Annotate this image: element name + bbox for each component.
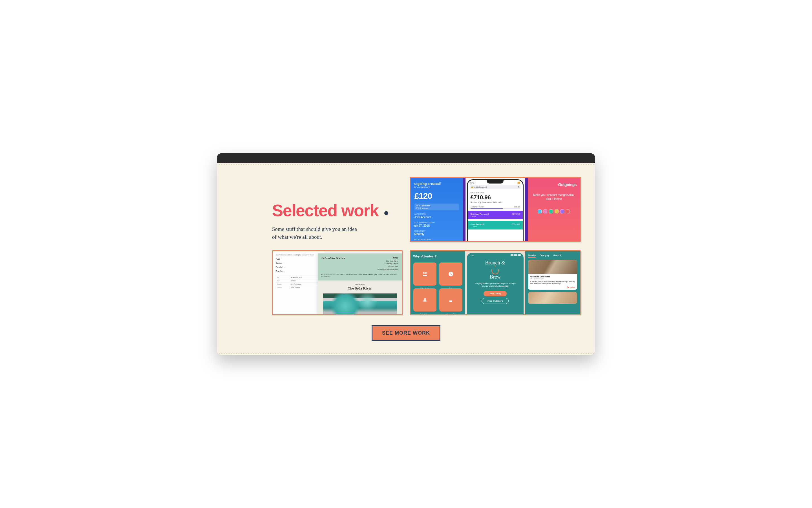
menu-item[interactable]: Driving the Transfăgărășan xyxy=(377,268,398,271)
merchant-name: BT Internet xyxy=(419,204,430,207)
brunch-why-panel: Why Volunteer? Community Time Connect xyxy=(411,251,465,315)
swatch-yellow[interactable] xyxy=(555,209,559,213)
status-time: 9:41 xyxy=(471,182,474,184)
listing-title: Glenalzie Care Home xyxy=(530,276,575,278)
menu-item[interactable]: The Soča River xyxy=(377,260,398,263)
phone-mock: 9:41 📶 🔒 outgoings.app ↻ DASHBOARD £710.… xyxy=(468,180,523,242)
url-text: outgoings.app xyxy=(474,186,487,188)
swatch-blue[interactable] xyxy=(538,209,542,213)
swatch-purple[interactable] xyxy=(560,209,564,213)
join-today-button[interactable]: Join Today xyxy=(483,291,507,296)
summary-title: utgoing created! xyxy=(415,182,459,186)
account-items: 11 items xyxy=(471,226,484,227)
connections-icon: Connections xyxy=(413,288,436,311)
listing-tabs: Nearby Category Recent xyxy=(528,254,577,258)
tab-nearby[interactable]: Nearby xyxy=(528,254,536,258)
refresh-icon: ↻ xyxy=(518,186,520,188)
soca-journal-panel: placeholder intro text lines describing … xyxy=(273,251,325,314)
soca-sec-3: Together — xyxy=(276,270,322,272)
progress-labels: ALREADY TAKEN £535.68 xyxy=(468,206,523,208)
outgoings-summary-panel: utgoing created! re's a summary. £120 ✎ … xyxy=(411,178,463,242)
summary-amount: £120 xyxy=(415,191,459,201)
listing-saved: 🔖 Saved xyxy=(530,286,575,288)
swatch-row xyxy=(538,209,570,213)
icon-label: Connections xyxy=(413,313,436,315)
swatch-pink[interactable] xyxy=(543,209,547,213)
table-row: Weather18°C Partly cloudy xyxy=(276,283,322,286)
window-titlebar xyxy=(217,153,595,163)
table-row: DaySeptember 21, 2019 xyxy=(276,276,322,280)
cup-icon xyxy=(492,269,499,274)
tab-recent[interactable]: Recent xyxy=(553,254,561,258)
freq-value: Monthly xyxy=(415,232,459,236)
phone-notch xyxy=(487,180,504,183)
see-more-work-button[interactable]: SEE MORE WORK xyxy=(372,325,440,341)
account-name: Joint Account xyxy=(471,223,484,225)
find-out-more-button[interactable]: Find Out More xyxy=(481,298,509,304)
already-label: ALREADY TAKEN xyxy=(471,206,484,208)
freq-label: REQUENCY xyxy=(415,230,459,232)
afternoon-tea-icon: Afternoon Tea xyxy=(439,288,462,311)
account-amount: £119.90 xyxy=(512,213,520,217)
icon-label: Afternoon Tea xyxy=(439,313,462,315)
brunch-tagline: Bringing different generations together … xyxy=(470,282,520,288)
hero-pretitle: Swimming in xyxy=(355,283,365,286)
river-photo xyxy=(323,293,397,314)
swatch-red[interactable] xyxy=(566,209,570,213)
menu-item[interactable]: Grilled Bass xyxy=(377,265,398,268)
dashboard: DASHBOARD £710.96 Needed in your account… xyxy=(468,190,523,204)
brand-logo: Outgoings xyxy=(558,182,576,187)
soca-section-title: Behind the Scenes xyxy=(322,256,345,271)
needed-amount: £710.96 xyxy=(471,194,520,201)
work-card-outgoings[interactable]: utgoing created! re's a summary. £120 ✎ … xyxy=(410,177,581,242)
outgoings-phone-panel: 9:41 📶 🔒 outgoings.app ↻ DASHBOARD £710.… xyxy=(463,178,528,242)
expiry-label: UTGOING EXPIRY xyxy=(415,239,459,241)
account-row-joint: Joint Account 11 items £591.06 xyxy=(468,221,523,229)
soca-sec-0: Field — xyxy=(276,258,322,260)
logo-text-bottom: Brew xyxy=(490,274,501,280)
hero-title: The Soča River xyxy=(348,286,372,291)
why-heading: Why Volunteer? xyxy=(413,255,462,258)
date-label: ATE PAYMENT TAKEN xyxy=(415,222,459,223)
community-icon: Community xyxy=(413,262,436,286)
summary-sub: re's a summary. xyxy=(415,186,459,188)
theme-message: Make your account recognisable, pick a t… xyxy=(531,193,576,201)
account-name: Barclays Personal xyxy=(471,213,488,215)
date-value: uly 27, 2018 xyxy=(415,224,459,227)
soca-menu-title: Menu xyxy=(377,256,398,259)
account-value: Joint Account xyxy=(415,216,459,219)
decorative-border-top xyxy=(217,163,595,166)
listing-card-secondary[interactable] xyxy=(528,292,577,304)
already-value: £535.68 xyxy=(514,206,520,208)
url-bar: 🔒 outgoings.app ↻ xyxy=(470,185,520,189)
brunch-listings-panel: Nearby Category Recent Glenalzie Care Ho… xyxy=(525,251,580,315)
account-amount: £591.06 xyxy=(512,223,520,227)
svg-point-1 xyxy=(425,272,427,274)
listing-photo xyxy=(528,260,577,274)
work-card-brunch[interactable]: Why Volunteer? Community Time Connect xyxy=(410,250,581,315)
swatch-green[interactable] xyxy=(549,209,553,213)
tab-category[interactable]: Category xyxy=(540,254,550,258)
needed-caption: Needed in your accounts this month xyxy=(471,201,520,203)
brunch-phone: 10:35 Brunch & ♥ Brew Bringing different… xyxy=(467,253,523,315)
time-icon: Time xyxy=(439,262,462,286)
lock-icon: 🔒 xyxy=(471,186,473,188)
table-row: LocationBovec, Slovenia xyxy=(276,286,322,290)
soca-blurb: placeholder intro text lines describing … xyxy=(276,254,322,256)
logo-text-top: Brunch & xyxy=(485,260,505,265)
work-card-soca[interactable]: placeholder intro text lines describing … xyxy=(272,250,402,315)
brunch-phone-panel: 10:35 Brunch & ♥ Brew Bringing different… xyxy=(465,251,525,315)
listing-desc: If you are keen to help the elderly thro… xyxy=(530,281,575,285)
merchant-category: TV & Internet xyxy=(416,207,457,209)
listing-card[interactable]: Glenalzie Care Home 26+ hours needed If … xyxy=(528,260,577,290)
soca-quote: Holding on to the small details—the ones… xyxy=(318,272,402,281)
heart-icon: ♥ xyxy=(495,265,496,267)
soca-sec-2: Forceful — xyxy=(276,266,322,268)
brunch-brew-logo: Brunch & ♥ Brew xyxy=(485,260,505,280)
account-label: AKEN FROM xyxy=(415,213,459,215)
soca-hero: Swimming in The Soča River xyxy=(318,281,402,314)
menu-item[interactable]: Climbing Triglav xyxy=(377,262,398,265)
page-title: Selected work xyxy=(272,202,402,219)
phone-time: 10:35 xyxy=(470,255,474,256)
listing-sub: 26+ hours needed xyxy=(530,278,575,280)
